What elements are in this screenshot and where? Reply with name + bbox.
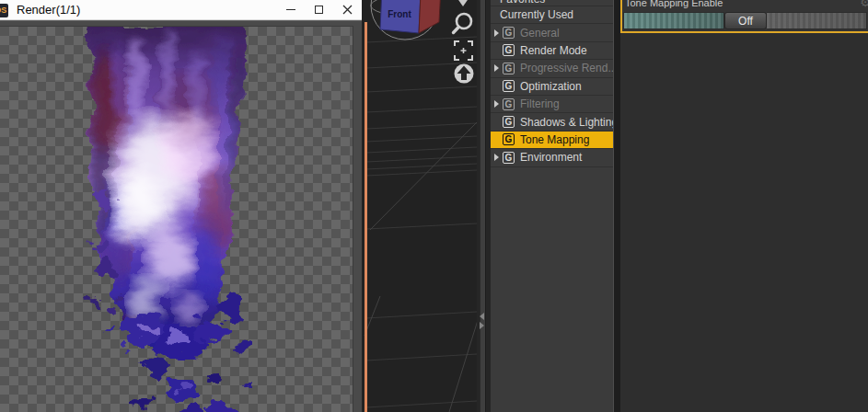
parameter-label: Tone Mapping Enable [625, 0, 723, 8]
minimize-button[interactable] [276, 0, 305, 20]
group-icon: G [503, 80, 515, 92]
collapse-left-icon[interactable] [480, 313, 484, 320]
gear-icon[interactable]: ⚙ [860, 0, 868, 9]
render-view-frame [0, 20, 362, 412]
render-window-title: Render(1/1) [17, 3, 80, 17]
settings-row-currently-used[interactable]: Currently Used [491, 6, 613, 24]
collapse-right-icon[interactable] [480, 322, 484, 329]
panel-divider [613, 0, 620, 412]
daz-studio-screen: DS Render(1/1) [0, 0, 868, 412]
parameter-header: Tone Mapping Enable ⚙ [622, 0, 868, 11]
settings-row-tone-mapping[interactable]: G Tone Mapping [491, 132, 613, 149]
expand-arrow-icon[interactable] [494, 29, 499, 37]
home-icon[interactable] [455, 64, 474, 84]
tone-mapping-enable-toggle[interactable]: Off [623, 12, 867, 29]
expand-arrow-icon[interactable] [494, 64, 499, 72]
settings-row-general[interactable]: G General [491, 24, 613, 41]
viewport-pane[interactable]: Front [362, 0, 477, 412]
rendered-flame-image [0, 27, 353, 412]
group-icon: G [503, 98, 515, 110]
group-icon: G [503, 63, 515, 74]
settings-row-progressive-rendering[interactable]: G Progressive Rend... [491, 60, 613, 77]
render-window-titlebar[interactable]: DS Render(1/1) [0, 0, 362, 20]
maximize-icon [315, 6, 323, 14]
close-icon [342, 5, 353, 15]
settings-row-shadows-lighting[interactable]: G Shadows & Lighting [491, 113, 613, 131]
pane-splitter[interactable] [477, 0, 491, 412]
settings-row-filtering[interactable]: G Filtering [491, 96, 613, 113]
group-icon: G [503, 152, 515, 164]
toggle-off-button[interactable]: Off [724, 12, 767, 29]
toggle-empty-track[interactable] [767, 12, 867, 29]
group-icon: G [503, 133, 515, 145]
splitter-bar[interactable] [480, 0, 486, 412]
viewport-toolbar [449, 0, 477, 92]
active-viewport-border [365, 22, 367, 412]
group-icon: G [503, 44, 515, 56]
toggle-fill-track[interactable] [623, 12, 724, 29]
expand-arrow-icon[interactable] [494, 100, 499, 108]
maximize-button[interactable] [305, 0, 333, 20]
settings-row-favorites[interactable]: Favorites [491, 0, 613, 6]
app-icon-text: DS [0, 4, 8, 17]
settings-row-render-mode[interactable]: G Render Mode [491, 42, 613, 60]
orbit-down-icon[interactable] [457, 0, 469, 6]
view-cube[interactable]: Front [368, 0, 446, 57]
minimize-icon [286, 9, 295, 10]
zoom-icon[interactable] [454, 14, 472, 33]
settings-row-environment[interactable]: G Environment [491, 149, 613, 166]
settings-row-optimization[interactable]: G Optimization [491, 78, 613, 96]
frame-icon[interactable] [455, 41, 472, 60]
expand-arrow-icon[interactable] [494, 154, 499, 161]
selected-parameter-group: Tone Mapping Enable ⚙ Off [620, 0, 868, 33]
render-window: DS Render(1/1) [0, 0, 362, 412]
render-settings-category-list: Favorites Currently Used G General G Ren… [491, 0, 613, 412]
group-icon: G [503, 116, 515, 128]
close-button[interactable] [333, 0, 362, 20]
splitter-collapse-arrows[interactable] [480, 311, 488, 331]
group-icon: G [503, 27, 515, 39]
app-icon: DS [0, 3, 9, 17]
view-cube-front-label: Front [388, 9, 411, 19]
tone-mapping-parameters-panel: Tone Mapping Enable ⚙ Off [620, 0, 868, 412]
render-image-area [0, 26, 353, 412]
